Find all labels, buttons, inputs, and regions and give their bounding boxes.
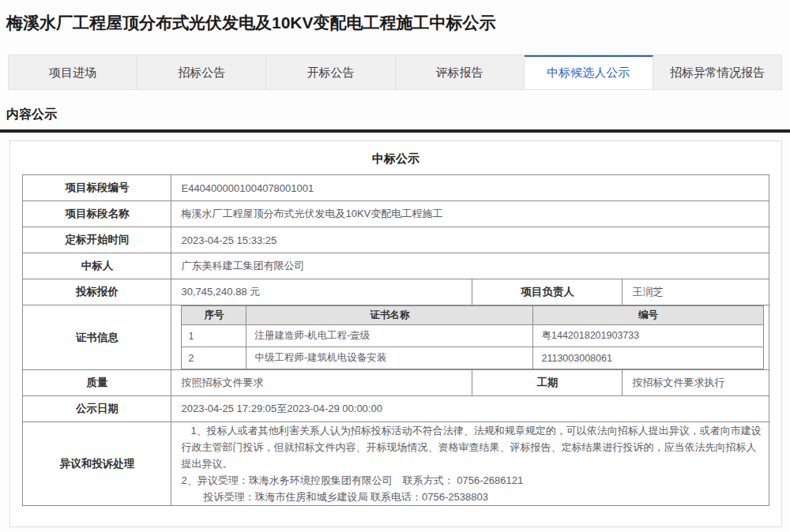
notice-title: 中标公示 [10,152,781,167]
publicity-date-label: 公示日期 [23,396,171,422]
tab-tender-abnormality-report[interactable]: 招标异常情况报告 [653,55,781,89]
objection-line: 2、异议受理：珠海水务环境控股集团有限公司 联系方式： 0756-2686121 [181,472,763,489]
publicity-date-value: 2023-04-25 17:29:05至2023-04-29 00:00:00 [171,396,769,422]
project-name-label: 项目标段名称 [23,201,171,227]
section-title: 内容公示 [0,107,790,123]
cert-name-header: 证书名称 [246,306,533,325]
cert-name-value: 注册建造师-机电工程-壹级 [246,325,533,347]
certificate-row: 2 中级工程师-建筑机电设备安装 2113003008061 [182,347,763,369]
decision-time-value: 2023-04-25 15:33:25 [171,227,769,253]
duration-value: 按招标文件要求执行 [623,370,769,396]
table-row-project-name: 项目标段名称 梅溪水厂工程屋顶分布式光伏发电及10KV变配电工程施工 [23,201,769,227]
tab-tender-announcement[interactable]: 招标公告 [137,55,266,89]
quality-label: 质量 [23,370,171,396]
cert-number-value: 2113003008061 [533,347,763,369]
table-row-project-no: 项目标段编号 E4404000001004078001001 [23,175,769,201]
table-row-bid-price: 投标报价 30,745,240.88 元 项目负责人 王润芝 [23,279,769,305]
certificates-cell: 序号 证书名称 编号 1 注册建造师-机电工程-壹级 粤144201820190… [171,305,769,370]
objection-line: 投诉受理：珠海市住房和城乡建设局 联系电话：0756-2538803 [181,489,763,505]
duration-label: 工期 [472,370,623,396]
table-row-certificates: 证书信息 序号 证书名称 编号 1 [23,305,769,370]
decision-time-label: 定标开始时间 [23,227,171,253]
table-row-objection: 异议和投诉处理 1、投标人或者其他利害关系人认为招标投标活动不符合法律、法规和规… [23,422,769,506]
certificates-header-row: 序号 证书名称 编号 [182,306,763,325]
winner-label: 中标人 [23,253,171,279]
section-divider [0,129,790,133]
page-title: 梅溪水厂工程屋顶分布式光伏发电及10KV变配电工程施工中标公示 [0,0,790,35]
tab-evaluation-report[interactable]: 评标报告 [396,55,525,89]
objection-value: 1、投标人或者其他利害关系人认为招标投标活动不符合法律、法规和规章规定的，可以依… [171,422,769,506]
certificate-row: 1 注册建造师-机电工程-壹级 粤1442018201903733 [182,325,763,347]
tab-bar: 项目进场 招标公告 开标公告 评标报告 中标候选人公示 招标异常情况报告 [8,54,782,90]
notice-table: 项目标段编号 E4404000001004078001001 项目标段名称 梅溪… [22,174,769,506]
notice-panel: 中标公示 项目标段编号 E4404000001004078001001 项目标段… [9,140,782,527]
table-row-quality-duration: 质量 按照招标文件要求 工期 按招标文件要求执行 [23,370,769,396]
project-manager-value: 王润芝 [623,279,769,305]
objection-label: 异议和投诉处理 [23,422,171,506]
tab-project-entry[interactable]: 项目进场 [9,55,137,89]
project-name-value: 梅溪水厂工程屋顶分布式光伏发电及10KV变配电工程施工 [171,201,769,227]
objection-line: 1、投标人或者其他利害关系人认为招标投标活动不符合法律、法规和规章规定的，可以依… [181,422,763,472]
table-row-winner: 中标人 广东美科建工集团有限公司 [23,253,769,279]
tab-winning-candidate-publicity[interactable]: 中标候选人公示 [525,55,653,89]
quality-value: 按照招标文件要求 [171,370,472,396]
cert-number-value: 粤1442018201903733 [533,325,763,347]
table-row-publicity-date: 公示日期 2023-04-25 17:29:05至2023-04-29 00:0… [23,396,769,422]
bid-price-label: 投标报价 [23,279,171,305]
cert-number-header: 编号 [533,306,763,325]
cert-seq-header: 序号 [182,306,246,325]
project-no-value: E4404000001004078001001 [171,175,769,201]
cert-seq-value: 1 [182,325,246,347]
cert-name-value: 中级工程师-建筑机电设备安装 [246,347,533,369]
project-manager-label: 项目负责人 [472,279,623,305]
bid-price-value: 30,745,240.88 元 [171,279,472,305]
certificates-table: 序号 证书名称 编号 1 注册建造师-机电工程-壹级 粤144201820190… [181,305,763,369]
project-no-label: 项目标段编号 [23,175,171,201]
cert-seq-value: 2 [182,347,246,369]
winner-value: 广东美科建工集团有限公司 [171,253,769,279]
certificates-label: 证书信息 [23,305,171,370]
table-row-decision-time: 定标开始时间 2023-04-25 15:33:25 [23,227,769,253]
tab-bid-opening-announcement[interactable]: 开标公告 [266,55,395,89]
